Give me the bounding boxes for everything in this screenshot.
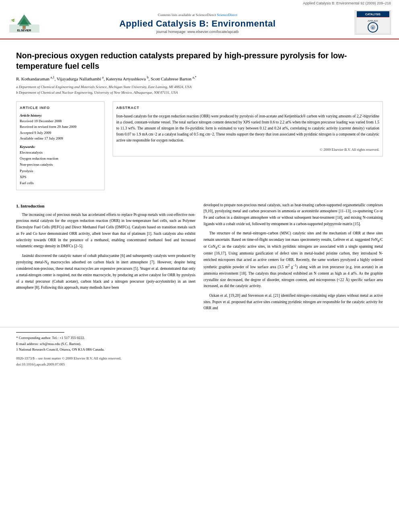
keyword-5: XPS (20, 174, 101, 180)
article-title: Non-precious oxygen reduction catalysts … (16, 50, 383, 71)
journal-banner: 🌿 ELSEVIER Contents lists available at S… (0, 6, 399, 39)
article-info-title: ARTICLE INFO (20, 105, 101, 111)
available-date: Available online 17 July 2009 (20, 136, 101, 141)
accepted-date: Accepted 9 July 2009 (20, 130, 101, 136)
journal-title-main: Applied Catalysis B: Environmental (40, 18, 355, 29)
abstract-column: ABSTRACT Iron-based catalysts for the ox… (113, 101, 383, 194)
keyword-1: Electrocatalysis (20, 150, 101, 156)
elsevier-logo-svg: 🌿 ELSEVIER (9, 12, 39, 33)
article-content: Non-precious oxygen reduction catalysts … (0, 39, 399, 321)
footer-footnote1: 1 National Research Council, Ottawa, ON … (16, 347, 383, 352)
keyword-2: Oxygen reduction reaction (20, 156, 101, 162)
info-abstract-section: ARTICLE INFO Article history: Received 1… (16, 101, 383, 194)
body-paragraph-2: Jasinski discovered the catalytic nature… (16, 253, 195, 291)
affiliation-b: b Department of Chemical and Nuclear Eng… (16, 90, 383, 96)
svg-text:APPLIED: APPLIED (368, 20, 378, 22)
vol-info: Applied Catalysis B: Environmental 92 (2… (0, 0, 399, 6)
svg-text:🌿: 🌿 (11, 18, 15, 22)
sciencedirect-text: ScienceDirect (217, 13, 237, 17)
article-body: 1. Introduction The increasing cost of p… (16, 202, 383, 315)
svg-rect-9 (357, 17, 389, 17)
page: Applied Catalysis B: Environmental 92 (2… (0, 0, 399, 532)
article-ids: 0926-3373/$ – see front matter © 2009 El… (16, 355, 383, 367)
article-info-column: ARTICLE INFO Article history: Received 1… (16, 101, 105, 194)
history-label: Article history: (20, 113, 101, 118)
sciencedirect-link[interactable]: ScienceDirect (217, 13, 237, 17)
keywords-label: Keywords: (20, 144, 101, 150)
body-left-column: 1. Introduction The increasing cost of p… (16, 202, 195, 315)
svg-text:CATALYSIS: CATALYSIS (365, 13, 380, 16)
abstract-text: Iron-based catalysts for the oxygen redu… (116, 113, 379, 144)
copyright: © 2009 Elsevier B.V. All rights reserved… (116, 147, 379, 152)
contents-text: Contents lists available at ScienceDirec… (158, 13, 216, 17)
abstract-box: ABSTRACT Iron-based catalysts for the ox… (113, 101, 383, 156)
body-right-column: developed to prepare non-precious metal … (204, 202, 383, 315)
catalysis-logo-img: CATALYSIS APPLIED B (356, 10, 390, 34)
body-paragraph-1: The increasing cost of precious metals h… (16, 212, 195, 250)
keyword-4: Pyrolysis (20, 168, 101, 174)
catalysis-logo: CATALYSIS APPLIED B (355, 10, 391, 35)
footer: * Corresponding author. Tel.: +1 517 355… (0, 327, 399, 367)
contents-available: Contents lists available at ScienceDirec… (40, 11, 355, 18)
volume-info-text: Applied Catalysis B: Environmental 92 (2… (303, 1, 391, 5)
svg-text:ELSEVIER: ELSEVIER (17, 29, 31, 32)
keyword-6: Fuel cells (20, 180, 101, 186)
footer-issn: 0926-3373/$ – see front matter © 2009 El… (16, 355, 383, 361)
journal-title-block: Contents lists available at ScienceDirec… (40, 11, 355, 34)
section1-heading: 1. Introduction (16, 202, 195, 210)
abstract-title: ABSTRACT (116, 105, 379, 111)
footer-divider (16, 332, 64, 333)
footer-doi: doi:10.1016/j.apcatb.2009.07.005 (16, 362, 383, 367)
journal-homepage: journal homepage: www.elsevier.com/locat… (40, 30, 355, 34)
elsevier-logo: 🌿 ELSEVIER (8, 12, 40, 33)
body-paragraph-right-3: Ozkan et al. [19,20] and Stevenson et al… (204, 293, 383, 312)
affiliations: a Department of Chemical Engineering and… (16, 84, 383, 95)
body-paragraph-right-1: developed to prepare non-precious metal … (204, 202, 383, 228)
svg-rect-4 (23, 26, 26, 29)
keyword-3: Non-precious catalysts (20, 162, 101, 168)
keywords-list: Electrocatalysis Oxygen reduction reacti… (20, 150, 101, 187)
catalysis-logo-inner: CATALYSIS APPLIED B (356, 10, 390, 35)
footer-corresponding: * Corresponding author. Tel.: +1 517 355… (16, 335, 383, 341)
body-paragraph-right-2: The structure of the metal–nitrogen–carb… (204, 230, 383, 290)
received-date: Received 19 December 2008 (20, 118, 101, 124)
affiliation-a: a Department of Chemical Engineering and… (16, 84, 383, 90)
revised-date: Received in revised form 29 June 2009 (20, 124, 101, 129)
article-info-box: ARTICLE INFO Article history: Received 1… (16, 101, 105, 190)
authors: R. Kothandaraman a,1, Vijayadurga Nallat… (16, 75, 383, 82)
footer-email: E-mail address: scb@msu.edu (S.C. Barton… (16, 341, 383, 347)
